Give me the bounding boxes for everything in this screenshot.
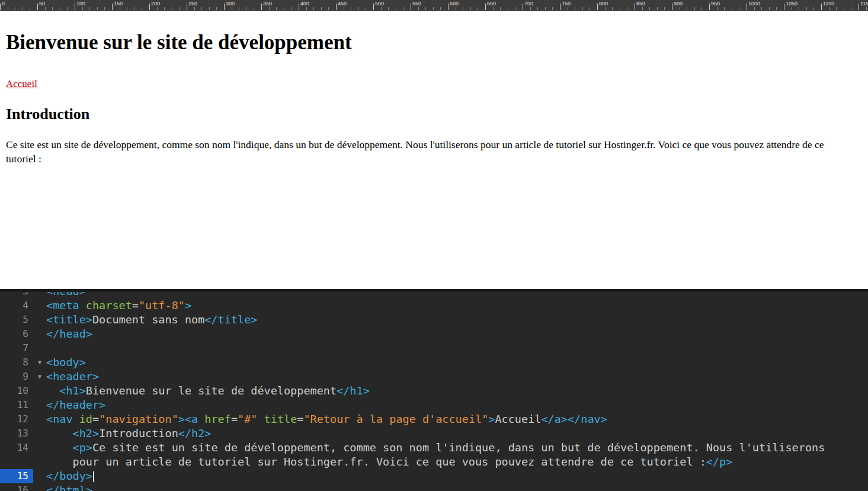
- line-number: 6: [0, 327, 33, 341]
- code-text: <title>Document sans nom</title>: [46, 313, 257, 327]
- code-line[interactable]: 3<head>: [0, 292, 868, 299]
- ruler-label: 150: [114, 1, 123, 7]
- code-line[interactable]: 14 <p>Ce site est un site de développeme…: [0, 441, 868, 455]
- line-number: 10: [0, 384, 33, 398]
- horizontal-ruler: 0501001502002503003504004505005506006507…: [0, 0, 868, 11]
- ruler-label: 700: [524, 1, 533, 7]
- code-text: </header>: [46, 398, 105, 412]
- line-number: 8: [0, 355, 33, 370]
- code-line[interactable]: 11</header>: [0, 398, 868, 412]
- code-line[interactable]: 4<meta charset="utf-8">: [0, 299, 868, 313]
- ruler-label: 200: [151, 1, 160, 7]
- fold-spacer: [33, 299, 46, 313]
- code-text: <head>: [46, 292, 86, 299]
- code-line[interactable]: 9▼<header>: [0, 370, 868, 384]
- line-number: 5: [0, 313, 33, 327]
- ruler-label: 1050: [786, 1, 797, 7]
- pane-splitter[interactable]: [0, 289, 868, 292]
- fold-spacer: [33, 426, 46, 441]
- ruler-label: 800: [599, 1, 608, 7]
- code-view-pane[interactable]: 3<head>4<meta charset="utf-8">5<title>Do…: [0, 292, 868, 491]
- line-number: [0, 455, 33, 469]
- ruler-label: 400: [300, 1, 309, 7]
- code-text: pour un article de tutoriel sur Hostinge…: [46, 455, 732, 469]
- line-number: 12: [0, 412, 33, 426]
- line-number: 16: [0, 483, 33, 491]
- fold-arrow-icon[interactable]: ▼: [33, 355, 46, 370]
- ruler-label: 950: [711, 1, 720, 7]
- code-text: <h1>Bienvenue sur le site de développeme…: [46, 384, 370, 398]
- code-text: </head>: [46, 327, 92, 341]
- page-title: Bienvenue sur le site de développement: [6, 31, 862, 54]
- ruler-label: 1150: [860, 1, 868, 7]
- code-text: </html>: [46, 483, 92, 491]
- editor-split-view: 0501001502002503003504004505005506006507…: [0, 0, 868, 491]
- ruler-label: 350: [263, 1, 272, 7]
- fold-spacer: [33, 341, 46, 355]
- code-text: <p>Ce site est un site de développement,…: [46, 441, 825, 455]
- code-text: <body>: [46, 355, 86, 370]
- accueil-link[interactable]: Accueil: [6, 78, 37, 89]
- code-line[interactable]: 12<nav id="navigation"><a href="#" title…: [0, 412, 868, 426]
- fold-spacer: [33, 469, 46, 483]
- fold-spacer: [33, 384, 46, 398]
- code-line[interactable]: 15</body>: [0, 469, 868, 483]
- ruler-label: 0: [2, 1, 5, 7]
- fold-spacer: [33, 398, 46, 412]
- ruler-label: 250: [188, 1, 197, 7]
- ruler-label: 50: [39, 1, 45, 7]
- code-line[interactable]: 8▼<body>: [0, 355, 868, 370]
- ruler-label: 750: [562, 1, 571, 7]
- section-heading: Introduction: [6, 105, 862, 123]
- intro-paragraph: Ce site est un site de développement, co…: [6, 137, 846, 166]
- ruler-label: 100: [76, 1, 85, 7]
- code-text: <nav id="navigation"><a href="#" title="…: [46, 412, 607, 426]
- line-number: 15: [0, 469, 33, 483]
- code-line[interactable]: pour un article de tutoriel sur Hostinge…: [0, 455, 868, 469]
- fold-spacer: [33, 313, 46, 327]
- line-number: 4: [0, 299, 33, 313]
- fold-spacer: [33, 455, 46, 469]
- code-text: <meta charset="utf-8">: [46, 299, 191, 313]
- line-number: 3: [0, 292, 33, 299]
- ruler-label: 1100: [823, 1, 834, 7]
- ruler-label: 1000: [748, 1, 760, 7]
- fold-spacer: [33, 441, 46, 455]
- code-rows: 3<head>4<meta charset="utf-8">5<title>Do…: [0, 292, 868, 491]
- ruler-label: 450: [338, 1, 347, 7]
- line-number: 9: [0, 370, 33, 384]
- ruler-label: 300: [226, 1, 235, 7]
- line-number: 11: [0, 398, 33, 412]
- code-line[interactable]: 5<title>Document sans nom</title>: [0, 313, 868, 327]
- line-number: 13: [0, 426, 33, 441]
- text-cursor: [93, 471, 94, 482]
- code-text: <h2>Introduction</h2>: [46, 426, 211, 441]
- code-line[interactable]: 13 <h2>Introduction</h2>: [0, 426, 868, 441]
- design-view-pane[interactable]: Bienvenue sur le site de développement A…: [0, 11, 868, 289]
- fold-spacer: [33, 412, 46, 426]
- nav-line: Accueil: [6, 78, 862, 90]
- code-line[interactable]: 7: [0, 341, 868, 355]
- fold-spacer: [33, 327, 46, 341]
- code-text: </body>: [46, 469, 94, 483]
- line-number: 7: [0, 341, 33, 355]
- ruler-label: 900: [674, 1, 683, 7]
- fold-spacer: [33, 292, 46, 299]
- ruler-label: 500: [375, 1, 384, 7]
- line-number: 14: [0, 441, 33, 455]
- code-text: <header>: [46, 370, 99, 384]
- code-line[interactable]: 16</html>: [0, 483, 868, 491]
- ruler-label: 550: [412, 1, 421, 7]
- ruler-label: 850: [636, 1, 645, 7]
- code-line[interactable]: 6</head>: [0, 327, 868, 341]
- fold-spacer: [33, 483, 46, 491]
- ruler-label: 600: [450, 1, 459, 7]
- ruler-label: 650: [487, 1, 496, 7]
- fold-arrow-icon[interactable]: ▼: [33, 370, 46, 384]
- code-line[interactable]: 10 <h1>Bienvenue sur le site de développ…: [0, 384, 868, 398]
